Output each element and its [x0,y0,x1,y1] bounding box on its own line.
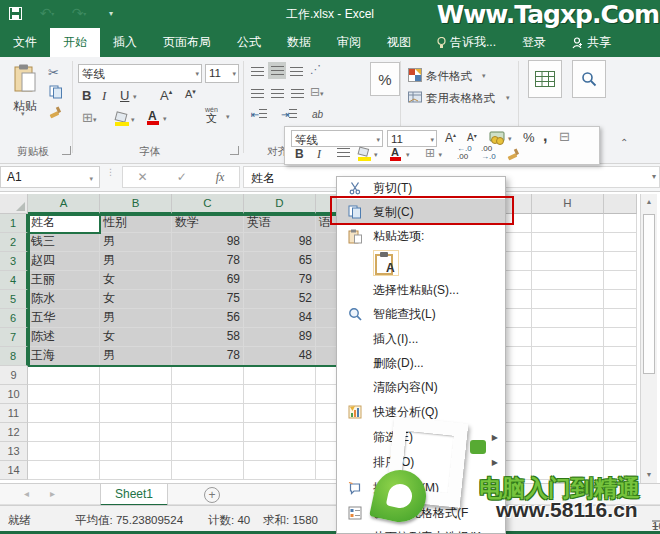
cell[interactable] [172,366,244,385]
paste-values-option[interactable]: A [373,250,399,276]
phonetic-dropdown-icon[interactable]: ▾ [226,113,230,121]
row-header-13[interactable]: 13 [0,442,28,461]
cell[interactable] [244,442,316,461]
menu-item-粘贴选项:[interactable]: 粘贴选项: [337,225,505,247]
row-header-14[interactable]: 14 [0,461,28,480]
tab-10[interactable]: 共享 [559,28,624,57]
cell[interactable] [532,290,604,309]
mini-bold-button[interactable]: B [295,147,304,161]
mini-shrink-font-button[interactable]: A▾ [467,132,477,143]
cell[interactable] [604,252,637,271]
cell[interactable] [100,461,172,480]
cell[interactable]: 98 [244,233,316,252]
cell[interactable] [172,385,244,404]
cancel-icon[interactable]: ✕ [138,170,148,184]
cell[interactable]: 男 [100,252,172,271]
mini-borders-icon[interactable]: ⊞ ▾ [425,146,442,160]
row-header-7[interactable]: 7 [0,328,28,347]
cell[interactable]: 男 [100,347,172,366]
mini-percent-button[interactable]: % [523,130,535,145]
cell[interactable]: 52 [244,290,316,309]
percent-style-button[interactable]: % [370,62,400,96]
row-header-8[interactable]: 8 [0,347,28,366]
paste-dropdown-icon[interactable]: ▾ [21,110,25,118]
cell[interactable] [604,404,637,423]
cell[interactable]: 84 [244,309,316,328]
orientation-icon[interactable]: ⋰ [310,63,321,76]
format-as-table-button[interactable]: 套用表格格式 [426,91,495,106]
cell[interactable] [100,423,172,442]
cell[interactable]: 78 [172,347,244,366]
cell[interactable] [532,385,604,404]
cell[interactable] [28,366,100,385]
tab-4[interactable]: 公式 [224,28,274,57]
cut-icon[interactable]: ✂ [48,65,59,80]
italic-button[interactable]: I [102,88,106,104]
cell[interactable]: 女 [100,271,172,290]
cell[interactable] [28,385,100,404]
column-header-A[interactable]: A [28,194,100,214]
insert-function-icon[interactable]: fx [216,170,225,185]
mini-comma-button[interactable]: , [543,127,547,145]
cell[interactable] [604,290,637,309]
cell[interactable] [172,423,244,442]
save-icon[interactable] [6,4,24,22]
cell[interactable] [244,461,316,480]
cell[interactable] [100,442,172,461]
row-header-11[interactable]: 11 [0,404,28,423]
cell[interactable] [532,309,604,328]
cell[interactable]: 男 [100,309,172,328]
add-sheet-button[interactable]: + [204,487,220,503]
cell[interactable] [100,366,172,385]
chevron-down-icon[interactable]: ▾ [376,136,380,144]
align-left-icon[interactable] [251,87,264,101]
cell[interactable]: 89 [244,328,316,347]
tab-9[interactable]: 登录 [509,28,559,57]
shrink-font-button[interactable]: A▾ [185,88,196,100]
scrollbar-thumb[interactable] [643,214,655,374]
row-header-4[interactable]: 4 [0,271,28,290]
underline-dropdown-icon[interactable]: ▾ [133,93,137,101]
mini-fill-color-icon[interactable]: ▾ [357,146,381,162]
cell[interactable]: 五华 [28,309,100,328]
format-as-table-icon[interactable] [408,90,422,104]
collapse-ribbon-icon[interactable]: ⌃ [620,137,628,148]
cell[interactable]: 陈水 [28,290,100,309]
cell[interactable]: 英语 [244,214,316,233]
cell[interactable] [244,404,316,423]
mini-grow-font-button[interactable]: A▴ [445,131,456,145]
cell[interactable]: 65 [244,252,316,271]
row-header-5[interactable]: 5 [0,290,28,309]
mini-italic-button[interactable]: I [317,147,321,162]
cell[interactable] [28,423,100,442]
conditional-format-dropdown-icon[interactable]: ▾ [482,72,486,80]
column-header-C[interactable]: C [172,194,244,214]
grow-font-button[interactable]: A▴ [160,88,172,103]
column-header-partial[interactable] [604,194,637,214]
row-header-3[interactable]: 3 [0,252,28,271]
align-middle-icon[interactable] [268,62,286,79]
cell[interactable] [100,385,172,404]
cell[interactable] [532,214,604,233]
cell[interactable] [604,442,637,461]
text-direction-icon[interactable]: ab [312,109,323,120]
tab-7[interactable]: 视图 [374,28,424,57]
borders-icon[interactable]: ⊞▾ [82,110,96,125]
row-header-10[interactable]: 10 [0,385,28,404]
cell[interactable] [100,404,172,423]
cell[interactable] [532,328,604,347]
cell[interactable] [172,404,244,423]
select-all-corner[interactable] [0,194,28,214]
column-header-H[interactable]: H [532,194,604,214]
cell[interactable] [604,271,637,290]
mini-increase-decimal-icon[interactable]: ←.0.00 [457,145,472,161]
menu-item-从下拉列表中选择(K[interactable]: 从下拉列表中选择(K [337,525,505,534]
paste-button[interactable]: 粘贴 [8,98,42,115]
cell[interactable] [604,423,637,442]
font-dialog-launcher[interactable] [230,146,239,155]
copy-icon[interactable] [49,85,63,99]
chevron-down-icon[interactable]: ▾ [195,70,199,78]
row-header-1[interactable]: 1 [0,214,28,233]
cell[interactable]: 钱三 [28,233,100,252]
font-size-combo[interactable]: 11▾ [205,64,239,83]
